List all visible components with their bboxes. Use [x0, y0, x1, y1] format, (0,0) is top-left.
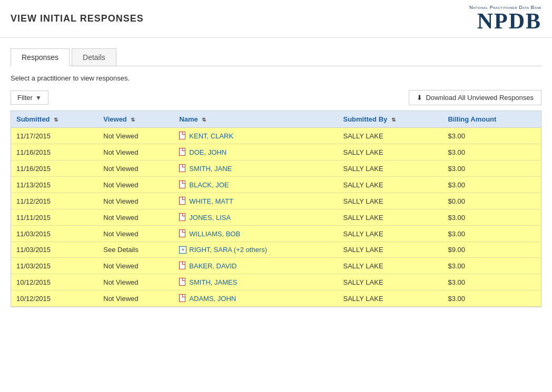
practitioner-name: ADAMS, JOHN — [189, 295, 236, 303]
practitioner-link[interactable]: BLACK, JOE — [179, 180, 332, 189]
sort-name-icon: ⇅ — [202, 117, 206, 123]
practitioner-name: DOE, JOHN — [189, 148, 226, 156]
cell-name[interactable]: SMITH, JAMES — [174, 274, 338, 290]
cell-submitted-by: SALLY LAKE — [338, 258, 442, 274]
cell-name[interactable]: ADAMS, JOHN — [174, 290, 338, 307]
col-submitted[interactable]: Submitted ⇅ — [11, 111, 98, 128]
responses-table-wrapper: Submitted ⇅ Viewed ⇅ Name ⇅ Submitted — [11, 110, 541, 307]
col-submitted-label: Submitted — [16, 115, 50, 123]
practitioner-link[interactable]: BAKER, DAVID — [179, 262, 332, 270]
cell-name[interactable]: BLACK, JOE — [174, 177, 338, 193]
col-name[interactable]: Name ⇅ — [174, 111, 338, 128]
practitioner-link[interactable]: ADAMS, JOHN — [179, 294, 332, 303]
col-submitted-by[interactable]: Submitted By ⇅ — [338, 111, 442, 128]
table-row[interactable]: 11/03/2015See Details+RIGHT, SARA (+2 ot… — [11, 242, 541, 258]
cell-submitted-by: SALLY LAKE — [338, 177, 442, 193]
sort-viewed-icon: ⇅ — [131, 117, 135, 123]
document-icon — [179, 132, 186, 140]
cell-name[interactable]: JONES, LISA — [174, 209, 338, 226]
practitioner-name: BLACK, JOE — [189, 181, 229, 189]
document-icon — [179, 213, 186, 222]
table-row[interactable]: 11/03/2015Not ViewedBAKER, DAVIDSALLY LA… — [11, 258, 541, 274]
document-icon — [179, 229, 186, 238]
practitioner-link[interactable]: SMITH, JANE — [179, 164, 332, 173]
col-name-label: Name — [179, 115, 198, 123]
col-viewed[interactable]: Viewed ⇅ — [98, 111, 174, 128]
cell-submitted-by: SALLY LAKE — [338, 290, 442, 307]
cell-name[interactable]: SMITH, JANE — [174, 160, 338, 177]
cell-submitted-by: SALLY LAKE — [338, 193, 442, 209]
practitioner-name: SMITH, JAMES — [189, 278, 237, 286]
sort-submitted-by-icon: ⇅ — [391, 117, 396, 123]
table-row[interactable]: 10/12/2015Not ViewedADAMS, JOHNSALLY LAK… — [11, 290, 541, 307]
tab-details[interactable]: Details — [72, 48, 116, 66]
filter-label: Filter — [17, 94, 33, 102]
cell-billing-amount: $0.00 — [442, 193, 541, 209]
page-header: View Initial Responses National Practiti… — [0, 0, 552, 38]
npdb-logo-large: NPDB — [477, 9, 541, 33]
cell-submitted-by: SALLY LAKE — [338, 242, 442, 258]
cell-name[interactable]: KENT, CLARK — [174, 128, 338, 144]
cell-billing-amount: $3.00 — [442, 258, 541, 274]
practitioner-name: WILLIAMS, BOB — [189, 230, 240, 238]
download-button[interactable]: ⬇ Download All Unviewed Responses — [409, 90, 541, 105]
sort-submitted-icon: ⇅ — [54, 117, 58, 123]
cell-billing-amount: $3.00 — [442, 177, 541, 193]
document-icon — [179, 148, 186, 156]
download-icon: ⬇ — [417, 94, 422, 102]
col-billing-amount[interactable]: Billing Amount — [442, 111, 541, 128]
cell-submitted: 11/11/2015 — [11, 209, 98, 226]
cell-viewed: Not Viewed — [98, 209, 174, 226]
practitioner-link[interactable]: WILLIAMS, BOB — [179, 229, 332, 238]
cell-viewed: Not Viewed — [98, 160, 174, 177]
responses-table: Submitted ⇅ Viewed ⇅ Name ⇅ Submitted — [11, 111, 541, 307]
cell-billing-amount: $9.00 — [442, 242, 541, 258]
cell-billing-amount: $3.00 — [442, 290, 541, 307]
cell-submitted: 11/03/2015 — [11, 242, 98, 258]
filter-button[interactable]: Filter ▼ — [11, 91, 48, 105]
table-header-row: Submitted ⇅ Viewed ⇅ Name ⇅ Submitted — [11, 111, 541, 128]
cell-viewed: See Details — [98, 242, 174, 258]
cell-name[interactable]: WHITE, MATT — [174, 193, 338, 209]
practitioner-link[interactable]: WHITE, MATT — [179, 197, 332, 205]
npdb-logo: National Practitioner Data Bank NPDB — [469, 5, 541, 32]
table-row[interactable]: 10/12/2015Not ViewedSMITH, JAMESSALLY LA… — [11, 274, 541, 290]
tab-responses[interactable]: Responses — [11, 48, 70, 66]
practitioner-link[interactable]: DOE, JOHN — [179, 148, 332, 156]
practitioner-name: SMITH, JANE — [189, 165, 232, 173]
table-row[interactable]: 11/12/2015Not ViewedWHITE, MATTSALLY LAK… — [11, 193, 541, 209]
main-content: Responses Details Select a practitioner … — [0, 38, 552, 318]
practitioner-link[interactable]: JONES, LISA — [179, 213, 332, 222]
expand-icon: + — [179, 246, 186, 254]
tab-bar: Responses Details — [11, 48, 541, 66]
cell-name[interactable]: DOE, JOHN — [174, 144, 338, 160]
table-row[interactable]: 11/16/2015Not ViewedDOE, JOHNSALLY LAKE$… — [11, 144, 541, 160]
practitioner-link[interactable]: +RIGHT, SARA (+2 others) — [179, 246, 332, 254]
document-icon — [179, 164, 186, 173]
document-icon — [179, 262, 186, 270]
document-icon — [179, 294, 186, 303]
practitioner-name: RIGHT, SARA (+2 others) — [189, 246, 267, 254]
document-icon — [179, 180, 186, 189]
table-row[interactable]: 11/17/2015Not ViewedKENT, CLARKSALLY LAK… — [11, 128, 541, 144]
cell-name[interactable]: BAKER, DAVID — [174, 258, 338, 274]
cell-billing-amount: $3.00 — [442, 160, 541, 177]
table-row[interactable]: 11/13/2015Not ViewedBLACK, JOESALLY LAKE… — [11, 177, 541, 193]
col-billing-amount-label: Billing Amount — [448, 115, 496, 123]
page-title: View Initial Responses — [11, 13, 144, 24]
cell-viewed: Not Viewed — [98, 128, 174, 144]
table-row[interactable]: 11/11/2015Not ViewedJONES, LISASALLY LAK… — [11, 209, 541, 226]
practitioner-link[interactable]: KENT, CLARK — [179, 132, 332, 140]
cell-billing-amount: $3.00 — [442, 144, 541, 160]
cell-name[interactable]: WILLIAMS, BOB — [174, 226, 338, 242]
instruction-text: Select a practitioner to view responses. — [11, 74, 541, 82]
cell-name[interactable]: +RIGHT, SARA (+2 others) — [174, 242, 338, 258]
cell-viewed: Not Viewed — [98, 290, 174, 307]
cell-submitted: 11/16/2015 — [11, 160, 98, 177]
cell-submitted-by: SALLY LAKE — [338, 160, 442, 177]
table-row[interactable]: 11/03/2015Not ViewedWILLIAMS, BOBSALLY L… — [11, 226, 541, 242]
practitioner-link[interactable]: SMITH, JAMES — [179, 278, 332, 286]
table-row[interactable]: 11/16/2015Not ViewedSMITH, JANESALLY LAK… — [11, 160, 541, 177]
table-scroll-area[interactable]: Submitted ⇅ Viewed ⇅ Name ⇅ Submitted — [11, 111, 541, 307]
document-icon — [179, 278, 186, 286]
